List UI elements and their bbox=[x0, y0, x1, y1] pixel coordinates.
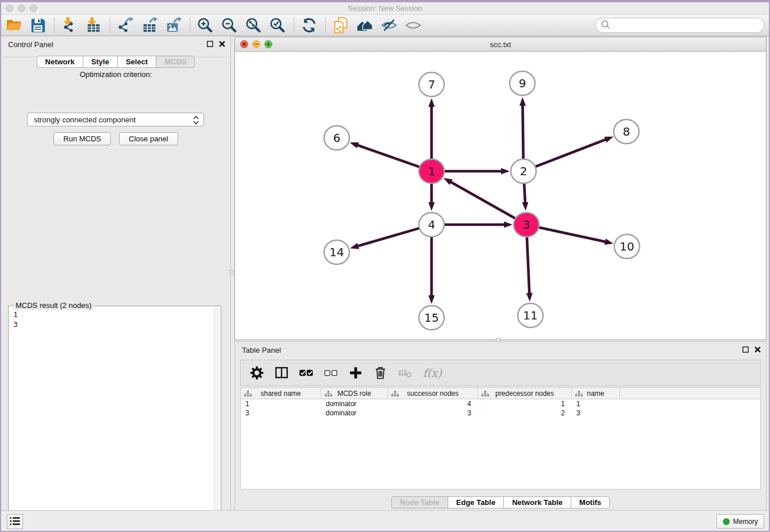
column-header-shared-name[interactable]: shared name bbox=[241, 388, 321, 399]
edge-2-9[interactable] bbox=[522, 103, 523, 159]
zoom-fit-icon[interactable] bbox=[244, 16, 263, 35]
node-label-1: 1 bbox=[428, 164, 436, 178]
tab-edge-table[interactable]: Edge Table bbox=[448, 496, 503, 508]
network-canvas[interactable]: 7968124314101511 bbox=[235, 52, 766, 340]
network-window-titlebar: scc.txt bbox=[235, 37, 766, 52]
select-all-columns-icon[interactable] bbox=[298, 365, 314, 381]
split-columns-view-icon[interactable] bbox=[274, 365, 290, 381]
node-label-2: 2 bbox=[520, 164, 528, 178]
table-panel-float-icon[interactable] bbox=[742, 346, 749, 353]
tab-motifs[interactable]: Motifs bbox=[571, 496, 610, 508]
import-network-icon[interactable] bbox=[60, 16, 79, 35]
show-graphics-details-icon[interactable] bbox=[403, 16, 423, 35]
zoom-out-icon[interactable] bbox=[220, 16, 239, 35]
node-label-7: 7 bbox=[428, 78, 436, 91]
hide-graphics-details-icon[interactable] bbox=[379, 16, 399, 35]
mcds-result-box: MCDS result (2 nodes) 1 3 bbox=[8, 306, 221, 523]
selected-option: strongly connected component bbox=[34, 115, 136, 124]
edge-1-6[interactable] bbox=[355, 144, 419, 167]
memory-button[interactable]: Memory bbox=[717, 514, 764, 529]
search-box[interactable] bbox=[595, 18, 764, 33]
add-column-icon[interactable] bbox=[348, 365, 364, 381]
table-cell[interactable]: 1 bbox=[478, 399, 572, 408]
zoom-selected-icon[interactable] bbox=[268, 16, 287, 35]
export-table-icon[interactable] bbox=[140, 16, 159, 35]
edge-3-11[interactable] bbox=[527, 237, 530, 296]
application-window: Session: New Session Control Panel Netwo… bbox=[1, 2, 769, 531]
mcds-result-text[interactable]: 1 3 bbox=[10, 307, 213, 521]
column-header-label: name bbox=[587, 390, 604, 398]
column-header-MCDS-role[interactable]: MCDS role bbox=[321, 388, 388, 399]
deselect-all-columns-icon[interactable] bbox=[323, 365, 339, 381]
export-network-icon[interactable] bbox=[116, 16, 135, 35]
control-panel-title: Control Panel bbox=[8, 40, 53, 49]
node-label-4: 4 bbox=[428, 218, 436, 232]
edge-3-10[interactable] bbox=[538, 228, 608, 242]
column-type-icon bbox=[325, 391, 332, 399]
delete-columns-icon[interactable] bbox=[372, 365, 388, 381]
table-options-gear-icon[interactable] bbox=[249, 365, 265, 381]
desktop-background: Session: New Session Control Panel Netwo… bbox=[0, 0, 770, 532]
duplicate-network-icon[interactable] bbox=[331, 16, 351, 35]
control-panel: Control Panel NetworkStyleSelectMCDS Opt… bbox=[1, 36, 231, 510]
table-panel-close-icon[interactable] bbox=[754, 346, 761, 353]
tab-select[interactable]: Select bbox=[117, 56, 156, 68]
table-cell[interactable]: 2 bbox=[478, 408, 572, 418]
status-bar: Memory bbox=[1, 510, 769, 531]
result-scrollbar[interactable] bbox=[214, 307, 220, 521]
column-type-icon bbox=[391, 391, 399, 399]
table-cell[interactable]: 3 bbox=[388, 408, 478, 418]
toolbar-separator bbox=[54, 18, 55, 33]
export-image-icon[interactable] bbox=[164, 16, 183, 35]
control-panel-float-icon[interactable] bbox=[206, 40, 214, 48]
column-header-predecessor-nodes[interactable]: predecessor nodes bbox=[478, 388, 572, 399]
column-header-filler bbox=[620, 388, 760, 399]
task-history-button[interactable] bbox=[7, 514, 23, 529]
task-list-icon bbox=[9, 515, 21, 529]
optimization-criterion-label: Optimization criterion: bbox=[4, 70, 228, 79]
edge-arrowhead bbox=[522, 202, 528, 211]
tab-network[interactable]: Network bbox=[37, 56, 83, 68]
open-session-icon[interactable] bbox=[4, 16, 24, 35]
app-titlebar: Session: New Session bbox=[1, 2, 769, 15]
save-session-icon[interactable] bbox=[28, 16, 48, 35]
tab-network-table[interactable]: Network Table bbox=[503, 496, 571, 508]
edge-2-3[interactable] bbox=[524, 184, 525, 205]
table-tabs: Node TableEdge TableNetwork TableMotifs bbox=[235, 496, 766, 508]
search-input[interactable] bbox=[613, 20, 764, 31]
delete-table-disabled-icon bbox=[397, 365, 413, 381]
memory-label: Memory bbox=[733, 518, 758, 526]
vertical-split-handle[interactable] bbox=[229, 270, 234, 275]
table-row[interactable]: 1dominator411 bbox=[241, 399, 760, 408]
zoom-in-icon[interactable] bbox=[195, 16, 215, 35]
column-header-successor-nodes[interactable]: successor nodes bbox=[388, 388, 478, 399]
table-cell[interactable]: 3 bbox=[572, 408, 620, 418]
control-panel-close-icon[interactable] bbox=[218, 40, 226, 48]
column-header-name[interactable]: name bbox=[572, 388, 620, 399]
edge-4-14[interactable] bbox=[355, 228, 419, 246]
edge-3-1[interactable] bbox=[448, 181, 515, 219]
edge-arrowhead bbox=[504, 222, 513, 228]
table-panel-title: Table Panel bbox=[242, 346, 281, 354]
table-row[interactable]: 3dominator323 bbox=[241, 408, 760, 418]
edge-2-8[interactable] bbox=[536, 138, 609, 167]
node-table[interactable]: shared nameMCDS rolesuccessor nodesprede… bbox=[240, 387, 761, 489]
run-mcds-button[interactable]: Run MCDS bbox=[53, 132, 111, 145]
close-panel-button[interactable]: Close panel bbox=[119, 132, 178, 145]
import-table-icon[interactable] bbox=[84, 16, 103, 35]
table-cell[interactable]: dominator bbox=[321, 408, 388, 418]
table-cell[interactable]: 1 bbox=[241, 399, 321, 408]
table-cell[interactable]: 3 bbox=[241, 408, 321, 418]
tab-node-table[interactable]: Node Table bbox=[391, 496, 448, 508]
edge-arrowhead bbox=[526, 293, 533, 302]
node-label-6: 6 bbox=[333, 131, 341, 145]
table-cell[interactable]: 4 bbox=[388, 399, 478, 408]
refresh-view-icon[interactable] bbox=[299, 16, 319, 35]
table-cell[interactable]: 1 bbox=[572, 399, 620, 408]
apply-preferred-layout-icon[interactable] bbox=[355, 16, 375, 35]
tab-mcds[interactable]: MCDS bbox=[156, 56, 195, 68]
optimization-criterion-select[interactable]: strongly connected component bbox=[27, 113, 204, 126]
column-header-label: predecessor nodes bbox=[495, 390, 554, 398]
table-cell[interactable]: dominator bbox=[321, 399, 388, 408]
tab-style[interactable]: Style bbox=[83, 56, 117, 68]
